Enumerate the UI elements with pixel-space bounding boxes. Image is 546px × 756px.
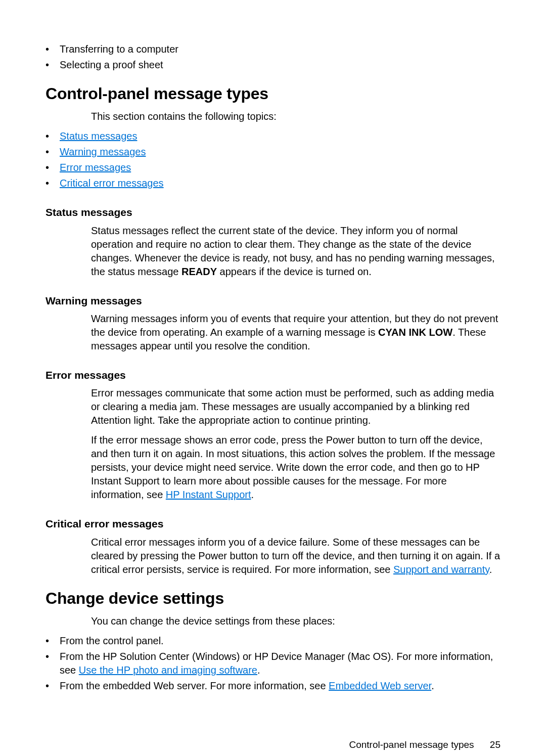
text-run: . [489,564,492,575]
link-hp-instant-support[interactable]: HP Instant Support [166,489,251,500]
list-item: Error messages [46,161,500,174]
change-list: From the control panel. From the HP Solu… [46,634,500,693]
list-item: Critical error messages [46,176,500,190]
link-status-messages[interactable]: Status messages [60,130,137,142]
heading-change-device-settings: Change device settings [46,588,500,609]
list-item: Selecting a proof sheet [46,58,500,72]
page-footer: Control-panel message types 25 [46,738,500,751]
top-continued-list: Transferring to a computer Selecting a p… [46,42,500,72]
link-support-and-warranty[interactable]: Support and warranty [393,564,489,575]
text-run: appears if the device is turned on. [217,266,372,277]
link-embedded-web-server[interactable]: Embedded Web server [329,680,431,691]
text-run: . [257,664,260,676]
link-error-messages[interactable]: Error messages [60,162,131,173]
text-strong: READY [181,266,217,277]
heading-critical-error-messages: Critical error messages [46,517,500,531]
link-critical-error-messages[interactable]: Critical error messages [60,177,164,189]
warning-body: Warning messages inform you of events th… [91,312,500,353]
heading-warning-messages: Warning messages [46,294,500,308]
text-run: . [251,489,254,500]
link-warning-messages[interactable]: Warning messages [60,146,146,157]
error-body-1: Error messages communicate that some act… [91,386,500,427]
text-run: From the embedded Web server. For more i… [60,680,329,691]
cpmt-toc-list: Status messages Warning messages Error m… [46,129,500,190]
list-item: Status messages [46,129,500,143]
list-item: From the HP Solution Center (Windows) or… [46,650,500,677]
status-body: Status messages reflect the current stat… [91,224,500,279]
text-run: If the error message shows an error code… [91,434,495,500]
footer-page-number: 25 [490,739,500,750]
text-strong: CYAN INK LOW [378,327,452,338]
error-body-2: If the error message shows an error code… [91,433,500,502]
list-item-text: Transferring to a computer [60,43,178,55]
list-item: From the embedded Web server. For more i… [46,679,500,693]
change-intro: You can change the device settings from … [91,614,500,628]
text-run: . [431,680,434,691]
list-item: From the control panel. [46,634,500,648]
heading-error-messages: Error messages [46,368,500,382]
list-item-text: Selecting a proof sheet [60,59,163,70]
link-hp-photo-imaging-software[interactable]: Use the HP photo and imaging software [79,664,257,676]
list-item: Transferring to a computer [46,42,500,56]
list-item-text: From the control panel. [60,635,164,646]
cpmt-intro: This section contains the following topi… [91,110,500,123]
footer-section-label: Control-panel message types [349,739,474,750]
list-item: Warning messages [46,145,500,159]
critical-body: Critical error messages inform you of a … [91,536,500,576]
heading-control-panel-message-types: Control-panel message types [46,83,500,105]
heading-status-messages: Status messages [46,205,500,219]
